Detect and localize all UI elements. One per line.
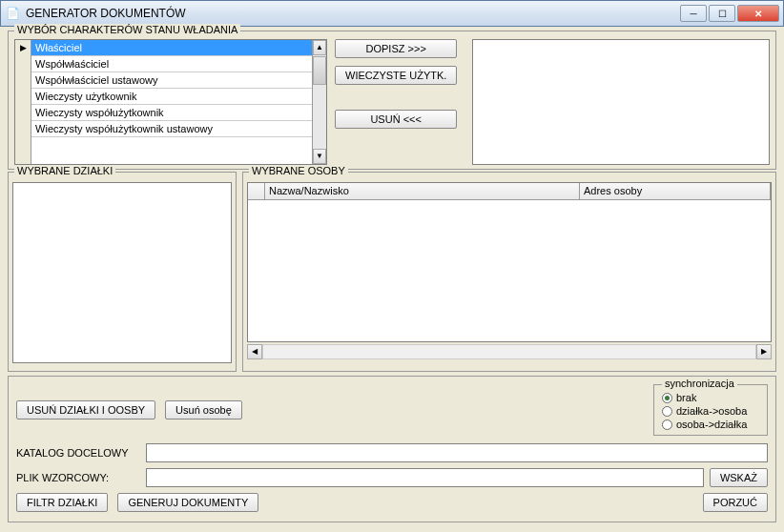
column-adres[interactable]: Adres osoby xyxy=(580,183,771,199)
app-icon: 📄 xyxy=(5,6,20,21)
osoby-group: WYBRANE OSOBY Nazwa/Nazwisko Adres osoby… xyxy=(242,172,776,372)
list-item[interactable]: Wieczysty użytkownik xyxy=(31,89,312,105)
bottom-group: USUŃ DZIAŁKI I OOSBY Usuń osobę synchron… xyxy=(8,376,776,522)
scroll-down-icon[interactable]: ▼ xyxy=(313,149,326,164)
close-button[interactable]: ✕ xyxy=(737,5,779,22)
horizontal-scrollbar[interactable]: ◀ ▶ xyxy=(247,344,772,359)
titlebar[interactable]: 📄 GENERATOR DOKUMENTÓW ─ ☐ ✕ xyxy=(0,0,784,27)
window-controls: ─ ☐ ✕ xyxy=(680,5,779,22)
katalog-input[interactable] xyxy=(146,443,768,462)
filtr-dzialki-button[interactable]: FILTR DZIAŁKI xyxy=(16,493,108,512)
usun-button[interactable]: USUŃ <<< xyxy=(335,110,457,129)
character-selection-group: WYBÓR CHARAKTERÓW STANU WŁADANIA ▶ Właśc… xyxy=(8,31,776,170)
radio-osoba-dzialka[interactable]: osoba->działka xyxy=(662,418,759,431)
scroll-left-icon[interactable]: ◀ xyxy=(247,344,262,359)
plik-input[interactable] xyxy=(146,468,704,487)
list-item[interactable]: Współwłaściciel ustawowy xyxy=(31,72,312,89)
porzuc-button[interactable]: PORZUĆ xyxy=(703,493,768,512)
wskaz-button[interactable]: WSKAŻ xyxy=(710,468,768,487)
radio-icon xyxy=(662,406,672,417)
table-header: Nazwa/Nazwisko Adres osoby xyxy=(248,183,771,200)
osoby-title: WYBRANE OSOBY xyxy=(249,165,348,176)
table-marker-column xyxy=(248,183,265,199)
katalog-label: KATALOG DOCELOWY xyxy=(16,447,140,459)
window-title: GENERATOR DOKUMENTÓW xyxy=(26,7,680,20)
radio-dzialka-osoba[interactable]: działka->osoba xyxy=(662,404,759,418)
synchronizacja-group: synchronizacja brak działka->osoba osoba… xyxy=(653,384,768,436)
scroll-thumb[interactable] xyxy=(313,56,326,85)
selected-characters-textarea[interactable] xyxy=(472,39,770,165)
character-group-title: WYBÓR CHARAKTERÓW STANU WŁADANIA xyxy=(14,24,240,35)
vertical-scrollbar[interactable]: ▲ ▼ xyxy=(312,40,326,164)
dzialki-listbox[interactable] xyxy=(12,182,232,363)
radio-icon xyxy=(662,393,672,403)
radio-brak[interactable]: brak xyxy=(662,391,759,404)
maximize-button[interactable]: ☐ xyxy=(709,5,735,22)
sync-title: synchronizacja xyxy=(662,378,737,389)
generuj-dokumenty-button[interactable]: GENERUJ DOKUMENTY xyxy=(117,493,258,512)
usun-dzialki-osoby-button[interactable]: USUŃ DZIAŁKI I OOSBY xyxy=(16,400,155,419)
plik-label: PLIK WZORCOWY: xyxy=(16,472,140,483)
wieczyste-button[interactable]: WIECZYSTE UŻYTK. xyxy=(335,66,457,85)
character-list-items: Właściciel Współwłaściciel Współwłaścici… xyxy=(31,40,312,164)
dopisz-button[interactable]: DOPISZ >>> xyxy=(335,39,457,58)
osoby-table[interactable]: Nazwa/Nazwisko Adres osoby xyxy=(247,182,772,342)
content-area: WYBÓR CHARAKTERÓW STANU WŁADANIA ▶ Właśc… xyxy=(0,27,784,532)
list-row-marker-column: ▶ xyxy=(15,40,31,164)
list-item[interactable]: Współwłaściciel xyxy=(31,56,312,72)
dzialki-group: WYBRANE DZIAŁKI xyxy=(8,172,237,372)
transfer-buttons: DOPISZ >>> WIECZYSTE UŻYTK. USUŃ <<< xyxy=(335,39,457,165)
column-nazwa[interactable]: Nazwa/Nazwisko xyxy=(265,183,580,199)
list-item[interactable]: Właściciel xyxy=(31,40,312,56)
usun-osobe-button[interactable]: Usuń osobę xyxy=(165,400,242,419)
list-item[interactable]: Wieczysty współużytkownik ustawowy xyxy=(31,121,312,137)
radio-icon xyxy=(662,419,672,430)
character-listbox[interactable]: ▶ Właściciel Współwłaściciel Współwłaści… xyxy=(14,39,327,165)
scroll-up-icon[interactable]: ▲ xyxy=(313,40,326,55)
scroll-right-icon[interactable]: ▶ xyxy=(756,344,772,359)
dzialki-title: WYBRANE DZIAŁKI xyxy=(14,165,115,176)
minimize-button[interactable]: ─ xyxy=(680,5,707,22)
list-item[interactable]: Wieczysty współużytkownik xyxy=(31,105,312,121)
